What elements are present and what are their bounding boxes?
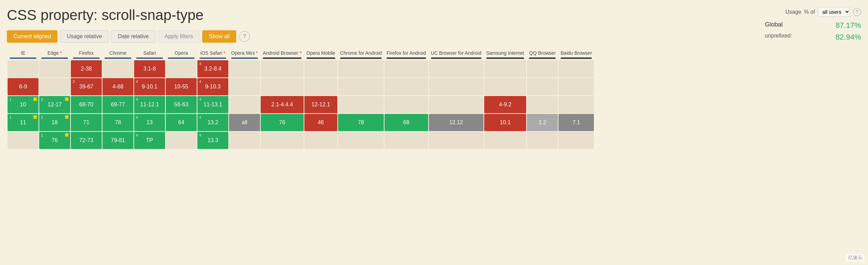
table-row bbox=[166, 132, 197, 149]
browser-header-firefox: Firefox bbox=[71, 49, 102, 60]
unprefixed-label: unprefixed: bbox=[765, 33, 792, 42]
table-row: 12-12.1 bbox=[304, 96, 337, 113]
table-row bbox=[527, 78, 558, 95]
table-row bbox=[384, 78, 428, 95]
table-row: 218 bbox=[39, 114, 70, 131]
browser-header-opera-mini: Opera Mini * bbox=[229, 49, 260, 60]
browser-header-safari: Safari bbox=[134, 49, 165, 60]
table-row bbox=[338, 132, 384, 149]
table-row bbox=[229, 60, 260, 77]
table-row bbox=[229, 96, 260, 113]
page-title: CSS property: scroll-snap-type bbox=[7, 7, 758, 23]
table-row bbox=[338, 96, 384, 113]
table-row bbox=[429, 60, 484, 77]
browser-header-opera: Opera bbox=[166, 49, 197, 60]
table-row bbox=[558, 96, 594, 113]
current-aligned-btn[interactable]: Current aligned bbox=[7, 30, 57, 43]
table-row bbox=[8, 60, 39, 77]
table-row: 12.12 bbox=[429, 114, 484, 131]
date-relative-btn[interactable]: Date relative bbox=[111, 30, 155, 43]
table-row bbox=[304, 132, 337, 149]
table-row bbox=[558, 78, 594, 95]
global-label: Global bbox=[765, 21, 783, 30]
table-row: 110 bbox=[8, 96, 39, 113]
table-row: 43.2-8.4 bbox=[197, 60, 228, 77]
global-stat-row: Global 87.17% bbox=[765, 21, 861, 30]
table-row bbox=[429, 78, 484, 95]
table-row: 1.2 bbox=[527, 114, 558, 131]
sidebar: Usage % of all users ? Global 87.17% unp… bbox=[758, 0, 868, 265]
global-value: 87.17% bbox=[835, 21, 861, 30]
browser-header-ios-safari: iOS Safari * bbox=[197, 49, 228, 60]
table-row: 46 bbox=[304, 114, 337, 131]
browser-header-edge: Edge * bbox=[39, 49, 70, 60]
table-row: 76 bbox=[261, 114, 304, 131]
browser-header-android-browser: Android Browser * bbox=[261, 49, 304, 60]
table-row bbox=[384, 96, 428, 113]
table-row: all bbox=[229, 114, 260, 131]
table-row bbox=[527, 96, 558, 113]
table-row: 78 bbox=[338, 114, 384, 131]
table-row bbox=[338, 60, 384, 77]
table-row: 6-9 bbox=[8, 78, 39, 95]
table-row: 10.1 bbox=[484, 114, 527, 131]
table-row bbox=[261, 60, 304, 77]
table-row: 411-12.1 bbox=[134, 96, 165, 113]
unprefixed-stat-row: unprefixed: 82.94% bbox=[765, 33, 861, 42]
show-all-btn[interactable]: Show all bbox=[202, 30, 236, 43]
table-row: 339-67 bbox=[71, 78, 102, 95]
table-row bbox=[484, 78, 527, 95]
browser-table-wrapper: IEEdge *FirefoxChromeSafariOperaiOS Safa… bbox=[7, 48, 751, 150]
table-row: 111 bbox=[8, 114, 39, 131]
table-row bbox=[558, 60, 594, 77]
table-row: 7.1 bbox=[558, 114, 594, 131]
table-row bbox=[8, 132, 39, 149]
usage-relative-btn[interactable]: Usage relative bbox=[60, 30, 108, 43]
table-row bbox=[558, 132, 594, 149]
browser-header-baidu-browser: Baidu Browser bbox=[558, 49, 594, 60]
unprefixed-value: 82.94% bbox=[835, 33, 861, 42]
usage-help-btn[interactable]: ? bbox=[853, 8, 861, 16]
table-row bbox=[527, 132, 558, 149]
table-row: 64 bbox=[166, 114, 197, 131]
browser-header-chrome: Chrome bbox=[102, 49, 133, 60]
browser-header-qq-browser: QQ Browser bbox=[527, 49, 558, 60]
watermark: 亿速云 bbox=[846, 254, 865, 262]
table-row bbox=[102, 60, 133, 77]
browser-header-chrome-for-android: Chrome for Android bbox=[338, 49, 384, 60]
table-row: 2-38 bbox=[71, 60, 102, 77]
apply-filters-btn[interactable]: Apply filters bbox=[158, 30, 200, 43]
table-row: 49-10.3 bbox=[197, 78, 228, 95]
table-row: 413.3 bbox=[197, 132, 228, 149]
table-row bbox=[229, 132, 260, 149]
table-row: 68-70 bbox=[71, 96, 102, 113]
table-row: 68 bbox=[384, 114, 428, 131]
table-row: 4-68 bbox=[102, 78, 133, 95]
percent-of-label: % of bbox=[804, 9, 815, 15]
table-row: 4TP bbox=[134, 132, 165, 149]
table-row: 72-73 bbox=[71, 132, 102, 149]
table-row: 79-81 bbox=[102, 132, 133, 149]
users-select[interactable]: all users bbox=[818, 7, 850, 17]
usage-label: Usage bbox=[785, 9, 801, 15]
table-row bbox=[39, 60, 70, 77]
table-row: 212-17 bbox=[39, 96, 70, 113]
help-button[interactable]: ? bbox=[239, 31, 250, 42]
table-row: 3.1-8 bbox=[134, 60, 165, 77]
browser-header-firefox-for-android: Firefox for Android bbox=[384, 49, 428, 60]
filter-bar: Current aligned Usage relative Date rela… bbox=[7, 30, 758, 43]
table-row bbox=[304, 78, 337, 95]
table-row bbox=[39, 78, 70, 95]
table-row: 56-63 bbox=[166, 96, 197, 113]
table-row bbox=[261, 132, 304, 149]
table-row: 71 bbox=[71, 114, 102, 131]
table-row: 276 bbox=[39, 132, 70, 149]
table-row: 4-9.2 bbox=[484, 96, 527, 113]
table-row bbox=[229, 78, 260, 95]
table-row bbox=[338, 78, 384, 95]
table-row bbox=[484, 132, 527, 149]
table-row: 2.1-4.4.4 bbox=[261, 96, 304, 113]
browser-header-ie: IE bbox=[8, 49, 39, 60]
table-row bbox=[429, 96, 484, 113]
table-row: 78 bbox=[102, 114, 133, 131]
